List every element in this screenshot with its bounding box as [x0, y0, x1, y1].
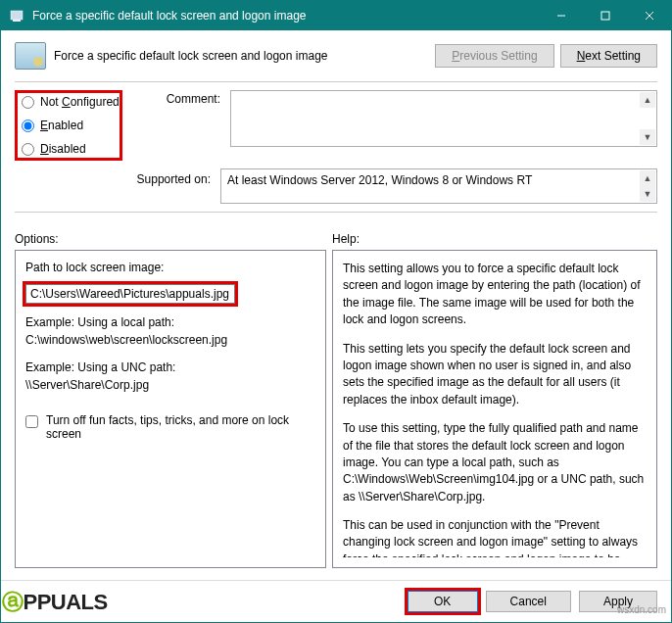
supported-box: At least Windows Server 2012, Windows 8 … — [220, 168, 657, 204]
radio-disabled-label: Disabled — [40, 142, 86, 156]
comment-textarea[interactable]: ▲ ▼ — [230, 90, 657, 147]
radio-disabled-input[interactable] — [22, 143, 34, 156]
supported-label: Supported on: — [15, 168, 220, 186]
ok-button[interactable]: OK — [408, 591, 478, 612]
cancel-button[interactable]: Cancel — [486, 591, 571, 612]
panels: Path to lock screen image: Example: Usin… — [15, 250, 657, 568]
policy-header-icon — [15, 42, 46, 70]
svg-rect-1 — [13, 20, 21, 22]
options-header: Options: — [15, 232, 332, 246]
content-area: Force a specific default lock screen and… — [1, 30, 671, 580]
scroll-up-icon[interactable]: ▲ — [640, 170, 655, 186]
help-p2: This setting lets you specify the defaul… — [343, 341, 645, 409]
help-p1: This setting allows you to force a speci… — [343, 261, 645, 329]
svg-rect-0 — [11, 11, 23, 20]
window-title: Force a specific default lock screen and… — [32, 9, 539, 23]
comment-label: Comment: — [142, 90, 230, 106]
maximize-button[interactable] — [583, 1, 627, 30]
help-p3: To use this setting, type the fully qual… — [343, 420, 645, 505]
panels-header: Options: Help: — [15, 232, 657, 246]
close-button[interactable] — [627, 1, 671, 30]
policy-icon — [9, 8, 24, 24]
radio-disabled[interactable]: Disabled — [22, 142, 116, 156]
example-local-title: Example: Using a local path: — [25, 313, 315, 331]
minimize-button[interactable] — [539, 1, 583, 30]
state-radio-group: Not Configured Enabled Disabled — [15, 90, 122, 161]
comment-row: Comment: ▲ ▼ — [142, 90, 657, 147]
example-unc-path: \\Server\Share\Corp.jpg — [25, 376, 315, 394]
example-unc: Example: Using a UNC path: \\Server\Shar… — [25, 359, 315, 394]
scroll-down-icon[interactable]: ▼ — [640, 129, 655, 145]
radio-not-configured-input[interactable] — [22, 96, 34, 109]
example-local-path: C:\windows\web\screen\lockscreen.jpg — [25, 331, 315, 349]
button-bar: OK Cancel Apply — [1, 580, 671, 622]
header-row: Force a specific default lock screen and… — [15, 42, 657, 70]
form-rows: Comment: ▲ ▼ — [142, 90, 657, 161]
scroll-down-icon[interactable]: ▼ — [640, 186, 655, 202]
supported-text: At least Windows Server 2012, Windows 8 … — [227, 173, 532, 187]
policy-title: Force a specific default lock screen and… — [54, 49, 435, 63]
radio-not-configured[interactable]: Not Configured — [22, 95, 116, 109]
scroll-up-icon[interactable]: ▲ — [640, 92, 655, 108]
dialog-window: Force a specific default lock screen and… — [0, 0, 672, 623]
state-section: Not Configured Enabled Disabled Comment:… — [15, 90, 657, 161]
radio-enabled-label: Enabled — [40, 119, 83, 132]
options-panel: Path to lock screen image: Example: Usin… — [15, 250, 326, 568]
path-input[interactable] — [25, 284, 235, 304]
svg-rect-3 — [601, 12, 609, 20]
nav-buttons: Previous Setting Next Setting — [435, 44, 657, 68]
help-panel: This setting allows you to force a speci… — [332, 250, 657, 568]
window-controls — [539, 1, 671, 30]
apply-button[interactable]: Apply — [579, 591, 657, 612]
turnoff-checkbox-row[interactable]: Turn off fun facts, tips, tricks, and mo… — [25, 413, 315, 441]
radio-enabled[interactable]: Enabled — [22, 119, 116, 132]
previous-setting-button[interactable]: Previous Setting — [435, 44, 553, 68]
divider — [15, 212, 657, 213]
divider — [15, 81, 657, 82]
radio-enabled-input[interactable] — [22, 120, 34, 132]
turnoff-checkbox-label: Turn off fun facts, tips, tricks, and mo… — [46, 413, 315, 441]
example-unc-title: Example: Using a UNC path: — [25, 359, 315, 376]
path-label: Path to lock screen image: — [25, 261, 315, 274]
titlebar: Force a specific default lock screen and… — [1, 1, 671, 30]
radio-not-configured-label: Not Configured — [40, 95, 120, 109]
example-local: Example: Using a local path: C:\windows\… — [25, 313, 315, 349]
turnoff-checkbox[interactable] — [25, 415, 38, 428]
next-setting-button[interactable]: Next Setting — [560, 44, 657, 68]
help-p4: This can be used in conjunction with the… — [343, 517, 645, 557]
help-header: Help: — [332, 232, 360, 246]
help-text[interactable]: This setting allows you to force a speci… — [343, 261, 647, 557]
supported-row: Supported on: At least Windows Server 20… — [15, 168, 657, 204]
